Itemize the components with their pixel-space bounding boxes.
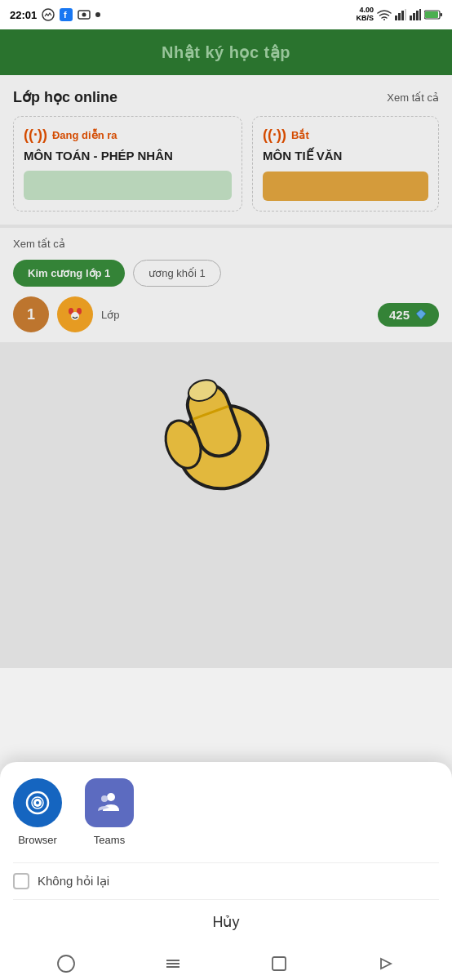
card-2-bar [263, 172, 428, 201]
svg-point-5 [383, 19, 385, 20]
no-ask-label: Không hỏi lại [38, 874, 109, 889]
svg-rect-9 [405, 9, 406, 20]
browser-label: Browser [18, 834, 57, 846]
live-badge-2-text: Bắt [291, 129, 309, 141]
cancel-button[interactable]: Hủy [13, 899, 439, 944]
level-badge: 1 [13, 296, 49, 332]
nav-home-icon[interactable] [268, 952, 290, 975]
lop-label: Lớp [101, 309, 119, 321]
data-speed: 4.00KB/S [356, 7, 374, 23]
lop-hoc-section: Lớp học online Xem tất cả ((·)) Đang diễ… [0, 75, 452, 225]
svg-point-29 [36, 801, 39, 804]
svg-rect-8 [401, 11, 404, 20]
card-1-bar [24, 171, 232, 200]
checkbox-row: Không hỏi lại [13, 862, 439, 899]
app-options-row: Browser Teams [13, 778, 439, 846]
bottom-sheet: Browser Teams Không hỏi lại Hủy [0, 762, 452, 980]
battery-icon [424, 10, 442, 20]
nav-bar [13, 944, 439, 980]
app-header: Nhật ký học tập [0, 29, 452, 75]
svg-marker-21 [416, 310, 426, 319]
svg-point-31 [107, 793, 115, 801]
diamond-icon [414, 308, 428, 321]
svg-point-32 [101, 795, 108, 802]
svg-point-24 [159, 416, 206, 473]
lop-text: Lớp [101, 309, 119, 321]
status-right: 4.00KB/S [356, 7, 442, 23]
section-title-row: Lớp học online Xem tất cả [13, 88, 439, 106]
svg-rect-6 [395, 16, 397, 20]
character-avatar [57, 296, 93, 332]
signal2-icon [410, 9, 421, 20]
teams-label: Teams [94, 834, 125, 846]
svg-rect-15 [425, 11, 438, 18]
section2-title-row: Xem tất cả [13, 238, 439, 250]
svg-point-33 [58, 956, 74, 972]
live-badge-1: ((·)) Đang diễn ra [24, 127, 232, 144]
svg-point-22 [167, 394, 280, 501]
dot-indicator [95, 12, 100, 17]
badges-row: 1 Lớp 425 [13, 296, 439, 332]
section2-buttons: Kim cương lớp 1 ương khối 1 [13, 260, 439, 287]
no-ask-checkbox[interactable] [13, 873, 29, 889]
status-left: 22:01 f [10, 8, 100, 21]
lop-hoc-card-2[interactable]: ((·)) Bắt MÔN TIẾ VĂN [252, 116, 439, 212]
nav-back-icon[interactable] [55, 952, 78, 975]
messenger-icon [42, 8, 55, 21]
browser-icon [13, 778, 62, 827]
card-2-title: MÔN TIẾ VĂN [263, 149, 428, 163]
svg-point-4 [82, 13, 86, 17]
score-value: 425 [389, 308, 410, 322]
svg-point-20 [71, 312, 79, 320]
svg-rect-12 [416, 11, 419, 20]
facebook-icon: f [60, 8, 73, 21]
view-all-1[interactable]: Xem tất cả [387, 91, 439, 104]
teams-option[interactable]: Teams [85, 778, 134, 846]
svg-rect-37 [273, 957, 286, 970]
lop-hoc-card-1[interactable]: ((·)) Đang diễn ra MÔN TOÁN - PHÉP NHÂN [13, 116, 242, 212]
teams-icon [85, 778, 134, 827]
svg-line-25 [194, 407, 228, 419]
view-all-2[interactable]: Xem tất cả [13, 238, 65, 250]
level-number: 1 [27, 306, 35, 323]
svg-marker-38 [381, 959, 391, 969]
signal1-icon [395, 9, 406, 20]
status-bar: 22:01 f 4.00KB/S [0, 0, 452, 29]
svg-text:f: f [64, 10, 67, 20]
screenshot-icon [78, 8, 91, 21]
nav-recent-icon[interactable] [374, 952, 397, 975]
svg-rect-7 [398, 13, 401, 20]
uong-khoi-btn[interactable]: ương khối 1 [133, 260, 221, 287]
card-1-title: MÔN TOÁN - PHÉP NHÂN [24, 149, 232, 163]
hand-pointer-overlay [131, 318, 294, 514]
browser-option[interactable]: Browser [13, 778, 62, 846]
score-badge: 425 [378, 303, 439, 327]
live-wave-icon: ((·)) [24, 127, 47, 144]
svg-rect-16 [441, 13, 443, 16]
lop-hoc-cards: ((·)) Đang diễn ra MÔN TOÁN - PHÉP NHÂN … [13, 116, 439, 212]
svg-rect-13 [419, 9, 421, 20]
lop-hoc-title: Lớp học online [13, 88, 117, 106]
svg-point-26 [185, 376, 219, 405]
app-title: Nhật ký học tập [162, 43, 290, 61]
svg-rect-11 [413, 13, 415, 20]
kim-cuong-btn[interactable]: Kim cương lớp 1 [13, 260, 125, 287]
section2: Xem tất cả Kim cương lớp 1 ương khối 1 1… [0, 228, 452, 342]
wifi-icon [377, 9, 392, 20]
svg-rect-10 [410, 16, 412, 20]
live-badge-2: ((·)) Bắt [263, 127, 428, 144]
nav-menu-icon[interactable] [162, 952, 184, 975]
live-badge-1-text: Đang diễn ra [52, 129, 117, 141]
live-wave-icon-2: ((·)) [263, 127, 286, 144]
time-display: 22:01 [10, 9, 37, 21]
svg-rect-23 [182, 379, 246, 462]
